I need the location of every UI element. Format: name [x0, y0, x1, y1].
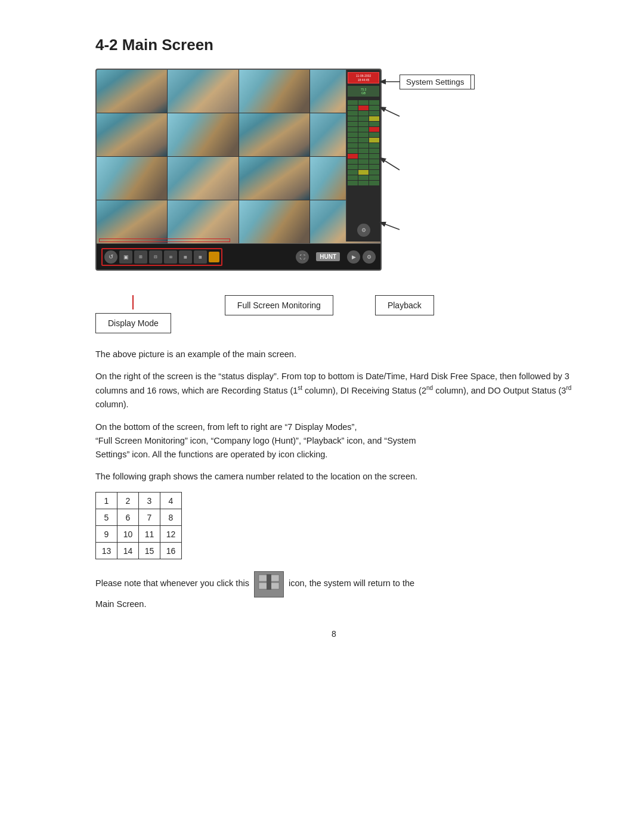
sc27 — [369, 143, 379, 148]
full-screen-label-group: Full Screen Monitoring — [225, 295, 333, 333]
sc4 — [348, 106, 358, 110]
sc21 — [369, 132, 379, 137]
sc19 — [348, 132, 358, 137]
playback-label-group: Playback — [375, 295, 434, 333]
label-row: Display Mode Full Screen Monitoring Play… — [95, 295, 572, 333]
system-settings-annotation: System Settings — [400, 75, 471, 89]
active-mode-icon[interactable] — [209, 252, 219, 262]
refresh-icon[interactable]: ↺ — [104, 250, 117, 264]
sc11 — [358, 116, 369, 121]
display-mode6-icon[interactable]: ▩ — [194, 250, 207, 264]
sc33 — [369, 154, 379, 159]
status-panel: 11-06-200218:44:45 75.3GB — [346, 70, 380, 241]
camera-table-row: 1234 — [96, 493, 182, 509]
sc25 — [348, 143, 358, 148]
sc14 — [358, 122, 369, 126]
sc38 — [358, 165, 369, 169]
sc41 — [358, 170, 369, 175]
camera-table-cell: 6 — [117, 509, 139, 526]
playback-icon[interactable]: ▶ — [347, 250, 360, 264]
bottom-toolbar: ↺ ▣ ⊞ ⊟ ⊞ ▦ ▩ ⛶ HUNT ▶ ⚙ — [97, 243, 380, 270]
sc36 — [369, 159, 379, 164]
hd-display: 75.3GB — [348, 86, 379, 97]
dvr-screen: 11-06-200218:44:45 75.3GB — [95, 69, 382, 271]
sc13 — [348, 122, 358, 126]
camera-cell-5 — [97, 113, 167, 156]
sc3 — [369, 100, 379, 105]
page-number: 8 — [95, 629, 572, 639]
section-heading: 4-2 Main Screen — [95, 36, 572, 54]
camera-table-cell: 1 — [96, 493, 117, 509]
camera-table-row: 5678 — [96, 509, 182, 526]
sc45 — [369, 175, 379, 180]
para-3: On the bottom of the screen, from left t… — [95, 420, 572, 462]
camera-table-cell: 9 — [96, 526, 117, 543]
sc16 — [348, 127, 358, 132]
hunt-logo-wrap: HUNT — [316, 252, 340, 261]
camera-table-cell: 12 — [160, 526, 182, 543]
hunt-logo: HUNT — [316, 252, 340, 261]
camera-table-cell: 2 — [117, 493, 139, 509]
sc37 — [348, 165, 358, 169]
sc2 — [358, 100, 369, 105]
camera-table-cell: 14 — [117, 543, 139, 559]
sc26 — [358, 143, 369, 148]
sc18 — [369, 127, 379, 132]
para-2: On the right of the screen is the “statu… — [95, 370, 572, 411]
sc12 — [369, 116, 379, 121]
sc42 — [369, 170, 379, 175]
full-screen-label: Full Screen Monitoring — [225, 295, 333, 315]
camera-cell-13 — [97, 200, 167, 243]
svg-line-2 — [380, 158, 400, 170]
sc5 — [358, 106, 369, 110]
sc17 — [358, 127, 369, 132]
sc29 — [358, 148, 369, 153]
display-mode5-icon[interactable]: ▦ — [179, 250, 192, 264]
camera-table-cell: 15 — [139, 543, 160, 559]
svg-line-1 — [380, 107, 400, 116]
sc40 — [348, 170, 358, 175]
io-status-grid — [348, 100, 379, 185]
camera-cell-6 — [168, 113, 238, 156]
camera-table-cell: 13 — [96, 543, 117, 559]
sc44 — [358, 175, 369, 180]
sc10 — [348, 116, 358, 121]
camera-cell-14 — [168, 200, 238, 243]
display-3x3-icon[interactable]: ⊟ — [149, 250, 162, 264]
hunt-icon-inline — [254, 571, 284, 597]
camera-table-cell: 10 — [117, 526, 139, 543]
sc1 — [348, 100, 358, 105]
display-2x2-icon[interactable]: ⊞ — [134, 250, 147, 264]
system-settings-area: ⚙ — [348, 224, 379, 239]
sc15 — [369, 122, 379, 126]
camera-cell-10 — [168, 157, 238, 200]
main-screen-diagram: 11-06-200218:44:45 75.3GB — [95, 69, 549, 283]
display-1x1-icon[interactable]: ▣ — [119, 250, 132, 264]
sc20 — [358, 132, 369, 137]
camera-table-row: 13141516 — [96, 543, 182, 559]
full-screen-icon[interactable]: ⛶ — [296, 250, 309, 264]
settings-icon: ⚙ — [357, 224, 370, 237]
camera-cell-1 — [97, 70, 167, 113]
sc24 — [369, 138, 379, 143]
svg-rect-9 — [267, 574, 271, 590]
display-4x4-icon[interactable]: ⊞ — [164, 250, 177, 264]
camera-table-cell: 16 — [160, 543, 182, 559]
sc9 — [369, 111, 379, 116]
para-1: The above picture is an example of the m… — [95, 348, 572, 361]
sc23 — [358, 138, 369, 143]
camera-table-cell: 3 — [139, 493, 160, 509]
para-5: Please note that whenever you click this… — [95, 571, 572, 611]
para-4: The following graph shows the camera num… — [95, 470, 572, 484]
hunt-icon-svg — [257, 573, 281, 591]
camera-table-cell: 5 — [96, 509, 117, 526]
section-title-text: 4-2 Main Screen — [95, 36, 213, 54]
system-settings-bottom-icon[interactable]: ⚙ — [363, 250, 376, 264]
sc39 — [369, 165, 379, 169]
camera-cell-11 — [239, 157, 309, 200]
sc31 — [348, 154, 358, 159]
camera-cell-2 — [168, 70, 238, 113]
svg-line-3 — [380, 222, 400, 230]
sc46 — [348, 181, 358, 185]
camera-cell-9 — [97, 157, 167, 200]
